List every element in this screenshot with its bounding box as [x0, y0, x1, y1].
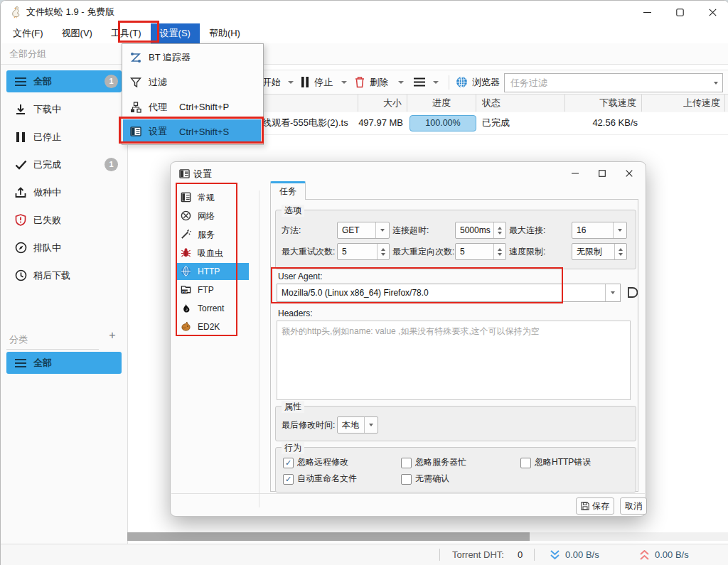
method-select[interactable]: GET	[337, 222, 390, 239]
task-status: 已完成	[482, 112, 560, 134]
minimize-button[interactable]	[631, 1, 663, 23]
menu-item-filter[interactable]: 过滤	[123, 70, 261, 95]
col-progress[interactable]: 进度	[407, 95, 476, 112]
clock-icon	[14, 269, 28, 283]
dht-label: Torrent DHT:	[452, 544, 504, 565]
dialog-maximize-button[interactable]	[589, 163, 616, 183]
col-status[interactable]: 状态	[476, 95, 565, 112]
checkbox-ignore-remote-change[interactable]: ✓	[283, 458, 294, 468]
speed-limit-spinner[interactable]: 无限制	[572, 243, 627, 260]
count-badge: 1	[105, 158, 118, 171]
retry-spinner[interactable]: 5	[337, 243, 390, 260]
main-window: 文件蜈蚣 1.9 - 免费版 文件(F) 视图(V) 工具(T) 设置(S) 帮…	[0, 0, 728, 565]
props-legend: 属性	[282, 401, 304, 413]
menu-file[interactable]: 文件(F)	[4, 23, 53, 43]
sidebar-item-stopped[interactable]: 已停止	[6, 126, 122, 148]
mtime-label: 最后修改时间:	[282, 416, 335, 434]
stop-button[interactable]: 停止	[314, 70, 333, 94]
start-button[interactable]: 开始	[262, 70, 281, 94]
funnel-icon	[130, 77, 141, 88]
menu-view[interactable]: 视图(V)	[53, 23, 102, 43]
save-button[interactable]: 保存	[576, 497, 614, 515]
stop-caret-icon[interactable]	[341, 81, 347, 84]
method-label: 方法:	[282, 222, 301, 239]
props-group: 属性 最后修改时间: 本地	[275, 406, 636, 441]
col-up-speed[interactable]: 上传速度	[642, 95, 725, 112]
delete-caret-icon[interactable]	[398, 81, 404, 84]
behavior-legend: 行为	[282, 442, 304, 454]
settings-dialog: 设置 常规 网络	[170, 161, 646, 517]
title-bar: 文件蜈蚣 1.9 - 免费版	[1, 1, 728, 23]
tracker-icon	[130, 52, 141, 63]
menu-help[interactable]: 帮助(H)	[200, 23, 250, 43]
combo-arrow-icon	[364, 417, 378, 433]
headers-textarea[interactable]	[277, 321, 631, 400]
start-caret-icon[interactable]	[288, 81, 294, 84]
reset-default-icon[interactable]	[626, 286, 638, 299]
checkbox-ignore-server-busy[interactable]	[401, 458, 412, 468]
combo-arrow-icon	[613, 222, 626, 238]
toolbar-divider	[449, 75, 449, 90]
more-caret-icon[interactable]	[433, 81, 439, 84]
horizontal-scrollbar[interactable]	[127, 532, 728, 541]
redirect-label: 最大重定向次数:	[392, 243, 454, 260]
max-conn-select[interactable]: 16	[572, 222, 627, 239]
close-button[interactable]	[696, 1, 728, 23]
col-size[interactable]: 大小	[358, 95, 407, 112]
maximize-button[interactable]	[663, 1, 696, 23]
mtime-select[interactable]: 本地	[337, 416, 378, 434]
scrollbar-thumb[interactable]	[127, 532, 530, 541]
more-menu-icon[interactable]	[413, 77, 426, 87]
dialog-minimize-button[interactable]	[562, 163, 589, 183]
add-category-button[interactable]: +	[106, 329, 119, 342]
dialog-close-button[interactable]	[616, 163, 643, 183]
check-icon	[14, 158, 28, 172]
hamburger-icon	[14, 356, 28, 370]
download-icon	[14, 102, 28, 117]
menu-item-bt-trackers[interactable]: BT 追踪器	[123, 45, 261, 70]
sidebar-item-seeding[interactable]: 做种中	[6, 181, 122, 203]
sidebar-item-failed[interactable]: 已失败	[6, 209, 122, 231]
count-badge: 1	[105, 75, 118, 88]
checkbox-no-confirm[interactable]	[401, 474, 412, 485]
checkbox-auto-rename[interactable]: ✓	[283, 474, 294, 485]
speed-limit-label: 速度限制:	[509, 243, 545, 260]
redirect-spinner[interactable]: 5	[455, 243, 506, 260]
sidebar-item-all[interactable]: 全部 1	[6, 70, 122, 92]
save-floppy-icon	[581, 502, 589, 510]
window-title: 文件蜈蚣 1.9 - 免费版	[26, 1, 114, 23]
task-filter-input[interactable]	[505, 74, 710, 92]
browser-globe-icon[interactable]	[456, 76, 468, 88]
menu-item-proxy[interactable]: 代理 Ctrl+Shift+P	[123, 95, 261, 119]
dialog-footer-divider	[171, 493, 645, 494]
filter-dropdown-icon[interactable]	[710, 74, 722, 92]
behavior-group: 行为 ✓ 忽略远程修改 忽略服务器忙 忽略HTTP错误 ✓ 自动重命名文件 无需…	[275, 447, 636, 493]
total-up-speed: 0.00 B/s	[655, 544, 689, 565]
task-down-speed: 42.56 KB/s	[565, 112, 638, 134]
combo-arrow-icon[interactable]	[605, 284, 620, 301]
sidebar-item-completed[interactable]: 已完成 1	[6, 154, 122, 176]
cancel-button[interactable]: 取消	[620, 497, 647, 515]
options-legend: 选项	[282, 205, 304, 217]
delete-trash-icon[interactable]	[355, 76, 365, 88]
download-chevrons-icon	[550, 550, 560, 560]
dialog-settings-icon	[179, 168, 190, 179]
delete-button[interactable]: 删除	[370, 70, 388, 94]
category-item-all[interactable]: 全部	[6, 352, 122, 374]
spinner-arrows-icon	[614, 244, 626, 259]
spinner-arrows-icon	[377, 244, 389, 259]
upload-icon	[14, 185, 28, 200]
browser-button[interactable]: 浏览器	[472, 70, 500, 94]
checkbox-ignore-http-error[interactable]	[520, 458, 531, 468]
sidebar-item-downloading[interactable]: 下载中	[6, 98, 122, 120]
dht-value: 0	[518, 544, 523, 565]
sidebar-item-queued[interactable]: 排队中	[6, 237, 122, 259]
sidebar-item-later[interactable]: 稍后下载	[6, 264, 122, 286]
task-filter-box	[504, 73, 723, 92]
dialog-window-controls	[562, 163, 643, 183]
stop-pause-icon[interactable]	[301, 77, 309, 87]
pause-icon	[14, 130, 28, 144]
col-down-speed[interactable]: 下载速度	[565, 95, 642, 112]
tab-task[interactable]: 任务	[270, 181, 306, 200]
timeout-spinner[interactable]: 5000ms	[455, 222, 506, 239]
